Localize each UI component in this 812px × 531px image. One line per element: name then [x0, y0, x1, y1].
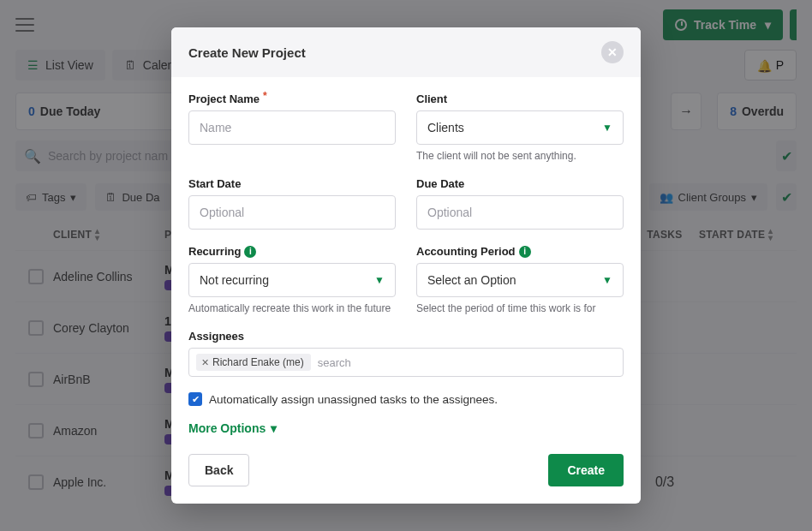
back-button[interactable]: Back — [188, 454, 249, 486]
create-project-modal: Create New Project ✕ Project Name* Clien… — [171, 27, 641, 504]
period-select[interactable]: Select an Option ▼ — [416, 263, 624, 297]
close-icon[interactable]: ✕ — [601, 41, 624, 63]
chevron-down-icon: ▾ — [271, 421, 277, 435]
recurring-label: Recurring — [188, 245, 241, 258]
recurring-select[interactable]: Not recurring ▼ — [188, 263, 396, 297]
due-date-label: Due Date — [416, 177, 624, 190]
field-assignees: Assignees ✕ Richard Enake (me) — [188, 330, 624, 377]
due-date-input[interactable] — [416, 195, 624, 230]
modal-overlay: Create New Project ✕ Project Name* Clien… — [0, 0, 812, 531]
recurring-value: Not recurring — [200, 273, 269, 287]
client-select[interactable]: Clients ▼ — [416, 110, 624, 145]
client-value: Clients — [427, 121, 464, 134]
client-label: Client — [416, 92, 624, 105]
chevron-down-icon: ▼ — [374, 274, 385, 286]
modal-header: Create New Project ✕ — [171, 27, 641, 77]
period-value: Select an Option — [427, 273, 516, 287]
field-accounting-period: Accounting Period i Select an Option ▼ S… — [416, 245, 624, 314]
checkbox-checked-icon: ✔ — [188, 392, 202, 406]
field-auto-assign: ✔ Automatically assign unassigned tasks … — [188, 392, 624, 406]
field-recurring: Recurring i Not recurring ▼ Automaticall… — [188, 245, 396, 314]
start-date-label: Start Date — [188, 177, 396, 190]
start-date-input[interactable] — [188, 195, 396, 230]
modal-footer: Back Create — [171, 440, 641, 504]
project-name-label: Project Name — [188, 92, 260, 105]
field-project-name: Project Name* — [188, 92, 396, 162]
field-client: Client Clients ▼ The client will not be … — [416, 92, 624, 162]
assignees-label: Assignees — [188, 330, 624, 343]
client-helper: The client will not be sent anything. — [416, 150, 624, 162]
period-label: Accounting Period — [416, 245, 516, 258]
assignee-tag-label: Richard Enake (me) — [212, 356, 304, 368]
more-options-toggle[interactable]: More Options ▾ — [188, 421, 624, 435]
recurring-helper: Automatically recreate this work in the … — [188, 302, 396, 314]
assignee-tag[interactable]: ✕ Richard Enake (me) — [196, 354, 311, 371]
modal-title: Create New Project — [188, 45, 601, 60]
auto-assign-label: Automatically assign unassigned tasks to… — [209, 393, 498, 406]
info-icon[interactable]: i — [519, 246, 531, 258]
assignees-box[interactable]: ✕ Richard Enake (me) — [188, 348, 624, 377]
field-due-date: Due Date — [416, 177, 624, 230]
chevron-down-icon: ▼ — [602, 122, 612, 134]
assignee-search-input[interactable] — [318, 356, 616, 369]
field-start-date: Start Date — [188, 177, 396, 230]
required-mark: * — [263, 90, 267, 102]
chevron-down-icon: ▼ — [602, 274, 612, 286]
more-options-label: More Options — [188, 421, 266, 435]
auto-assign-checkbox[interactable]: ✔ Automatically assign unassigned tasks … — [188, 392, 624, 406]
period-helper: Select the period of time this work is f… — [416, 302, 624, 314]
remove-tag-icon[interactable]: ✕ — [201, 357, 209, 368]
info-icon[interactable]: i — [244, 246, 256, 258]
project-name-input[interactable] — [188, 110, 396, 145]
create-button[interactable]: Create — [548, 454, 624, 486]
